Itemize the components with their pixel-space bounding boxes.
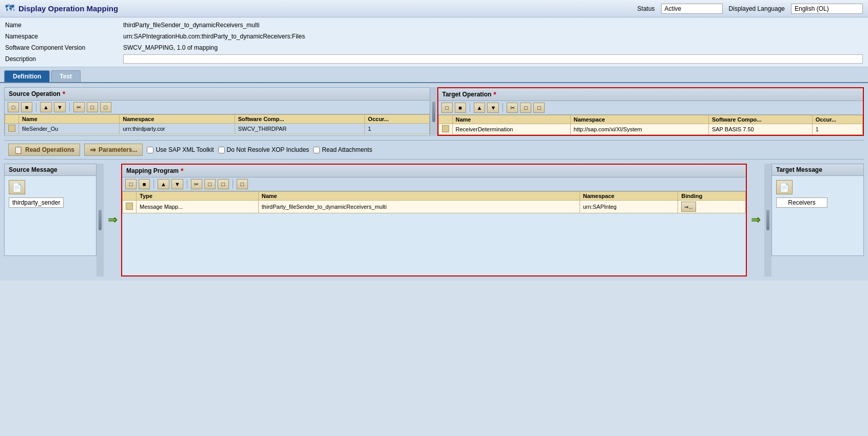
target-message-btn[interactable]: 📄 (776, 180, 793, 194)
parameters-btn[interactable]: ⇒ Parameters... (84, 144, 143, 156)
target-toolbar-sep2 (503, 103, 503, 112)
swcv-value: SWCV_MAPPING, 1.0 of mapping (123, 44, 863, 51)
lang-value: English (OL) (791, 4, 863, 14)
source-message-value: thirdparty_sender (9, 197, 64, 208)
source-row-occur: 1 (364, 124, 429, 134)
read-attachments-checkbox-item: Read Attachments (313, 146, 372, 153)
table-row[interactable]: Message Mapp... thirdParty_fileSender_to… (123, 201, 746, 213)
table-row[interactable]: fileSender_Ou urn:thirdparty.cor SWCV_TH… (5, 124, 430, 134)
target-paste-btn[interactable]: □ (533, 103, 545, 113)
mapping-paste-btn[interactable]: □ (218, 179, 229, 189)
mapping-row-namespace: urn:SAPInteg (580, 201, 678, 213)
source-col-name: Name (19, 115, 120, 124)
header-bar: 🗺 Display Operation Mapping Status Activ… (0, 0, 868, 17)
source-up-btn[interactable]: ▲ (40, 102, 52, 112)
resolve-xop-label: Do Not Resolve XOP Includes (227, 146, 310, 153)
lang-label: Displayed Language (729, 5, 785, 12)
toolbar-sep1 (36, 103, 36, 112)
source-required-star: * (63, 90, 65, 98)
target-message-content: 📄 Receivers (772, 176, 863, 212)
tabs-bar: Definition Test (0, 67, 868, 83)
mapping-program-title: Mapping Program * (122, 165, 746, 177)
mapping-icon: 🗺 (5, 3, 14, 14)
target-operation-title: Target Operation * (438, 88, 863, 101)
source-paste-btn[interactable]: □ (100, 102, 111, 112)
mapping-sep1 (153, 180, 154, 189)
mapping-down-btn[interactable]: ▼ (171, 179, 183, 189)
source-new-btn[interactable]: □ (8, 102, 19, 112)
top-panels-row: Source Operation * □ ■ ▲ ▼ ✂ □ □ Name (4, 87, 864, 136)
source-down-btn[interactable]: ▼ (54, 102, 66, 112)
target-col-swcv: Software Compo... (708, 115, 812, 124)
source-arrow-container: ⇒ (104, 164, 121, 276)
source-col-namespace: Namespace (120, 115, 235, 124)
source-save-btn[interactable]: ■ (21, 102, 32, 112)
mapping-row-binding[interactable]: ⇒... (678, 201, 746, 213)
source-col-checkbox (5, 115, 19, 124)
source-cut-btn[interactable]: ✂ (73, 102, 85, 112)
namespace-value: urn:SAPIntegrationHub.com:thirdParty_to_… (123, 33, 863, 40)
resolve-xop-checkbox[interactable] (218, 147, 225, 153)
source-operation-panel: Source Operation * □ ■ ▲ ▼ ✂ □ □ Name (4, 87, 430, 136)
toolbar-sep2 (69, 103, 70, 112)
swcv-row: Software Component Version SWCV_MAPPING,… (5, 42, 863, 53)
mapping-cut-btn[interactable]: ✂ (191, 179, 202, 189)
desc-row: Description (5, 53, 863, 65)
target-required-star: * (493, 90, 496, 98)
mapping-program-toolbar: □ ■ ▲ ▼ ✂ □ □ □ (122, 177, 746, 191)
target-save-btn[interactable]: ■ (455, 103, 466, 113)
target-copy-btn[interactable]: □ (520, 103, 531, 113)
metadata-section: Name thirdParty_fileSender_to_dynamicRec… (0, 17, 868, 67)
tab-definition[interactable]: Definition (4, 70, 50, 82)
row-checkbox (442, 125, 449, 132)
use-sap-xml-label: Use SAP XML Toolkit (156, 146, 214, 153)
mapping-row-type: Message Mapp... (137, 201, 259, 213)
source-message-title: Source Message (5, 164, 96, 176)
panels-divider[interactable] (430, 87, 437, 136)
mapping-copy-btn[interactable]: □ (204, 179, 216, 189)
divider-handle (432, 102, 435, 122)
source-copy-btn[interactable]: □ (87, 102, 98, 112)
read-attachments-checkbox[interactable] (313, 147, 320, 153)
page-title: Display Operation Mapping (18, 4, 633, 13)
mapping-col-binding: Binding (678, 192, 746, 201)
source-row-name: fileSender_Ou (19, 124, 120, 134)
source-message-panel: Source Message 📄 thirdparty_sender (4, 164, 97, 256)
target-down-btn[interactable]: ▼ (487, 103, 499, 113)
target-message-panel: Target Message 📄 Receivers (771, 164, 864, 256)
tab-test[interactable]: Test (51, 70, 81, 82)
resolve-xop-checkbox-item: Do Not Resolve XOP Includes (218, 146, 310, 153)
mapping-required-star: * (181, 167, 183, 175)
mapping-extra-btn[interactable]: □ (237, 179, 248, 189)
source-message-content: 📄 thirdparty_sender (5, 176, 96, 212)
target-up-btn[interactable]: ▲ (474, 103, 486, 113)
mapping-sep2 (187, 180, 187, 189)
mapping-col-name: Name (258, 192, 580, 201)
target-cut-btn[interactable]: ✂ (507, 103, 518, 113)
mapping-program-table: Type Name Namespace Binding Message Mapp… (122, 191, 746, 213)
swcv-label: Software Component Version (5, 44, 123, 51)
target-msg-icon: 📄 (779, 183, 789, 192)
target-new-btn[interactable]: □ (441, 103, 453, 113)
read-attachments-label: Read Attachments (322, 146, 372, 153)
binding-btn[interactable]: ⇒... (681, 202, 696, 212)
mapping-new-btn[interactable]: □ (125, 179, 137, 189)
mapping-program-panel: Mapping Program * □ ■ ▲ ▼ ✂ □ □ □ (121, 164, 747, 276)
source-message-btn[interactable]: 📄 (9, 180, 25, 194)
target-arrow-container: ⇒ (747, 164, 764, 276)
row-checkbox (126, 203, 133, 210)
namespace-row: Namespace urn:SAPIntegrationHub.com:thir… (5, 31, 863, 42)
use-sap-xml-checkbox[interactable] (147, 147, 153, 153)
table-row[interactable]: ReceiverDetermination http://sap.com/xi/… (438, 124, 863, 135)
row-checkbox (8, 125, 15, 132)
source-message-section: Source Message 📄 thirdparty_sender (4, 164, 97, 276)
mapping-col-checkbox (123, 192, 137, 201)
mapping-up-btn[interactable]: ▲ (158, 179, 169, 189)
mapping-save-btn[interactable]: ■ (139, 179, 150, 189)
target-vert-divider[interactable] (764, 164, 771, 276)
source-vert-divider[interactable] (97, 164, 104, 276)
desc-value[interactable] (123, 54, 863, 64)
bottom-panels-row: Source Message 📄 thirdparty_sender ⇒ Map… (4, 164, 864, 276)
read-operations-btn[interactable]: 📋 Read Operations (8, 144, 80, 156)
target-operation-toolbar: □ ■ ▲ ▼ ✂ □ □ (438, 101, 863, 115)
